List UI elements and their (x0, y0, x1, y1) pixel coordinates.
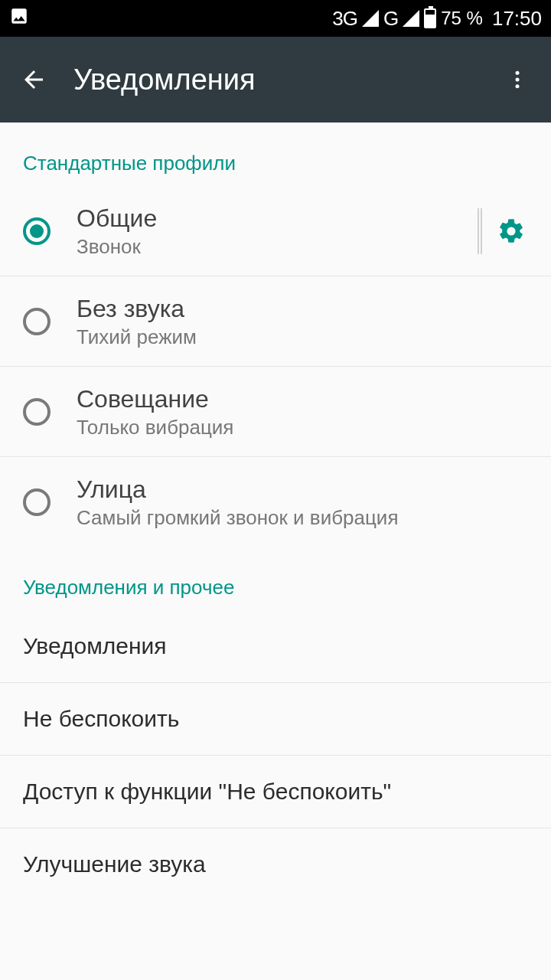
radio-unselected-icon[interactable] (23, 308, 51, 335)
network-g-label: G (383, 7, 398, 31)
svg-point-2 (516, 84, 520, 88)
other-item-notifications[interactable]: Уведомления (0, 610, 551, 683)
section-header-standard: Стандартные профили (0, 122, 551, 186)
svg-point-0 (516, 71, 520, 75)
profile-texts: Улица Самый громкий звонок и вибрация (77, 474, 528, 530)
other-item-dnd[interactable]: Не беспокоить (0, 683, 551, 756)
svg-point-1 (516, 78, 520, 82)
profile-texts: Общие Звонок (77, 203, 470, 259)
profile-item-outdoor[interactable]: Улица Самый громкий звонок и вибрация (0, 457, 551, 547)
profile-item-general[interactable]: Общие Звонок (0, 186, 551, 276)
signal-icon (403, 10, 419, 27)
app-bar: Уведомления (0, 37, 551, 122)
status-time: 17:50 (492, 7, 542, 31)
section-header-other: Уведомления и прочее (0, 547, 551, 610)
signal-icon (362, 10, 379, 27)
radio-unselected-icon[interactable] (23, 398, 51, 426)
profile-texts: Без звука Тихий режим (77, 293, 528, 349)
back-button[interactable] (15, 61, 52, 98)
profile-title: Общие (77, 203, 470, 234)
other-item-sound-enhance[interactable]: Улучшение звука (0, 828, 551, 900)
profile-title: Без звука (77, 293, 528, 324)
status-right: 3G G 75 % 17:50 (332, 7, 542, 31)
profile-subtitle: Звонок (77, 235, 470, 259)
profile-subtitle: Только вибрация (77, 416, 528, 439)
profile-subtitle: Тихий режим (77, 325, 528, 349)
content: Стандартные профили Общие Звонок Без зву… (0, 122, 551, 900)
more-vert-icon (506, 68, 529, 91)
gear-icon (497, 217, 526, 246)
radio-unselected-icon[interactable] (23, 488, 51, 516)
network-3g-label: 3G (332, 7, 357, 31)
profile-title: Совещание (77, 384, 528, 414)
profile-item-meeting[interactable]: Совещание Только вибрация (0, 367, 551, 457)
profile-title: Улица (77, 474, 528, 505)
other-item-dnd-access[interactable]: Доступ к функции "Не беспокоить" (0, 756, 551, 828)
arrow-back-icon (20, 66, 47, 93)
profile-subtitle: Самый громкий звонок и вибрация (77, 506, 528, 530)
overflow-menu-button[interactable] (499, 61, 536, 98)
status-left (9, 6, 29, 31)
status-bar: 3G G 75 % 17:50 (0, 0, 551, 37)
battery-icon (424, 8, 436, 28)
page-title: Уведомления (73, 64, 499, 96)
profile-settings-button[interactable] (494, 214, 528, 248)
image-icon (9, 6, 29, 31)
profile-item-silent[interactable]: Без звука Тихий режим (0, 276, 551, 367)
radio-selected-icon[interactable] (23, 217, 51, 245)
battery-percent: 75 % (441, 8, 483, 29)
profile-texts: Совещание Только вибрация (77, 384, 528, 439)
vertical-divider (478, 208, 479, 254)
